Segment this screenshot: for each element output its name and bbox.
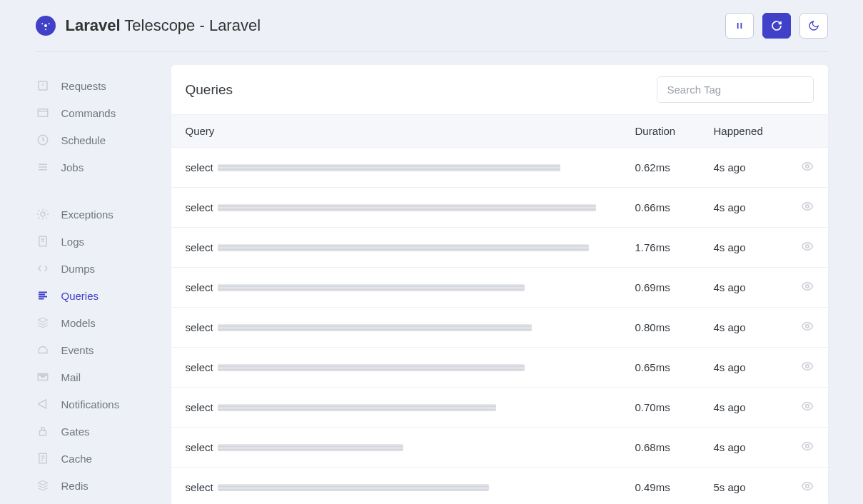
svg-point-20: [805, 405, 809, 408]
happened-cell: 4s ago: [714, 201, 785, 213]
dark-mode-button[interactable]: [799, 13, 828, 39]
sidebar-item-label: Commands: [61, 107, 116, 119]
query-cell: select: [186, 481, 635, 493]
queries-card: Queries Query Duration Happened select0.…: [171, 65, 828, 504]
sidebar-item-label: Logs: [61, 236, 85, 248]
duration-cell: 0.80ms: [635, 321, 714, 333]
query-cell: select: [186, 361, 635, 373]
refresh-icon: [771, 20, 782, 31]
sidebar-item-gates[interactable]: Gates: [36, 418, 171, 445]
sidebar-item-models[interactable]: Models: [36, 309, 171, 336]
sidebar-item-events[interactable]: Events: [36, 336, 171, 363]
sidebar-item-label: Gates: [61, 425, 90, 438]
query-blurred: [218, 484, 489, 491]
query-blurred: [218, 324, 532, 331]
happened-cell: 5s ago: [714, 481, 785, 493]
svg-point-14: [805, 165, 809, 168]
view-button[interactable]: [801, 440, 814, 455]
sidebar-item-jobs[interactable]: Jobs: [36, 153, 171, 181]
table-row: select0.68ms4s ago: [171, 427, 828, 467]
query-prefix: select: [186, 161, 213, 173]
sidebar-item-cache[interactable]: Cache: [36, 445, 171, 472]
sidebar-item-label: Queries: [61, 290, 99, 302]
sidebar-item-label: Schedule: [61, 134, 106, 146]
sidebar-item-requests[interactable]: Requests: [36, 72, 171, 99]
sidebar-item-exceptions[interactable]: Exceptions: [36, 201, 171, 228]
svg-point-0: [44, 24, 47, 27]
svg-rect-7: [38, 109, 48, 117]
header-actions: [725, 13, 828, 39]
svg-point-9: [41, 212, 45, 216]
happened-cell: 4s ago: [714, 241, 785, 253]
view-button[interactable]: [801, 480, 814, 495]
query-blurred: [218, 404, 496, 411]
pause-button[interactable]: [725, 13, 754, 39]
view-button[interactable]: [801, 360, 814, 375]
table-row: select1.76ms4s ago: [171, 227, 828, 267]
sidebar-item-label: Redis: [61, 480, 89, 492]
query-cell: select: [186, 161, 635, 173]
refresh-button[interactable]: [762, 13, 791, 39]
query-cell: select: [186, 241, 635, 253]
view-button[interactable]: [801, 320, 814, 335]
query-blurred: [218, 204, 596, 211]
schedule-icon: [36, 133, 50, 147]
pause-icon: [735, 21, 745, 31]
sidebar-item-label: Requests: [61, 80, 106, 92]
sidebar-item-mail[interactable]: Mail: [36, 363, 171, 390]
query-blurred: [218, 164, 560, 171]
query-prefix: select: [186, 441, 213, 453]
table-row: select0.69ms4s ago: [171, 267, 828, 307]
happened-cell: 4s ago: [714, 401, 785, 413]
happened-cell: 4s ago: [714, 281, 785, 293]
sidebar-item-dumps[interactable]: Dumps: [36, 255, 171, 282]
sidebar-item-logs[interactable]: Logs: [36, 228, 171, 255]
brand: Laravel Telescope - Laravel: [36, 16, 261, 36]
view-button[interactable]: [801, 200, 814, 215]
sidebar-item-commands[interactable]: Commands: [36, 99, 171, 126]
table-header: Query Duration Happened: [171, 114, 828, 147]
header: Laravel Telescope - Laravel: [36, 0, 828, 52]
happened-cell: 4s ago: [714, 161, 785, 173]
table-row: select0.66ms4s ago: [171, 187, 828, 227]
col-query: Query: [186, 125, 635, 137]
duration-cell: 1.76ms: [635, 241, 714, 253]
view-button[interactable]: [801, 160, 814, 175]
sidebar-item-schedule[interactable]: Schedule: [36, 126, 171, 153]
svg-point-15: [805, 205, 809, 208]
gates-icon: [36, 424, 50, 438]
col-duration: Duration: [635, 125, 714, 137]
query-prefix: select: [186, 241, 213, 253]
page-title: Laravel Telescope - Laravel: [66, 16, 261, 35]
duration-cell: 0.68ms: [635, 441, 714, 453]
table-row: select0.65ms4s ago: [171, 347, 828, 387]
models-icon: [36, 316, 50, 330]
query-prefix: select: [186, 481, 213, 493]
moon-icon: [808, 20, 819, 31]
happened-cell: 4s ago: [714, 441, 785, 453]
sidebar-item-queries[interactable]: Queries: [36, 282, 171, 309]
view-button[interactable]: [801, 400, 814, 415]
sidebar-item-notifications[interactable]: Notifications: [36, 390, 171, 418]
view-button[interactable]: [801, 280, 814, 295]
sidebar-item-label: Notifications: [61, 398, 120, 410]
dumps-icon: [36, 261, 50, 276]
svg-point-22: [805, 485, 809, 488]
duration-cell: 0.65ms: [635, 361, 714, 373]
queries-icon: [36, 288, 50, 303]
query-blurred: [218, 364, 525, 371]
svg-point-3: [45, 29, 46, 30]
search-input[interactable]: [657, 76, 814, 103]
mail-icon: [36, 370, 50, 384]
query-prefix: select: [186, 321, 213, 333]
query-blurred: [218, 444, 403, 451]
duration-cell: 0.69ms: [635, 281, 714, 293]
sidebar-item-label: Dumps: [61, 263, 96, 275]
sidebar-item-label: Models: [61, 317, 96, 329]
table-row: select0.62ms4s ago: [171, 147, 828, 187]
requests-icon: [36, 79, 50, 93]
sidebar-item-label: Mail: [61, 371, 81, 383]
view-button[interactable]: [801, 240, 814, 255]
svg-point-18: [805, 325, 809, 328]
sidebar-item-redis[interactable]: Redis: [36, 472, 171, 499]
